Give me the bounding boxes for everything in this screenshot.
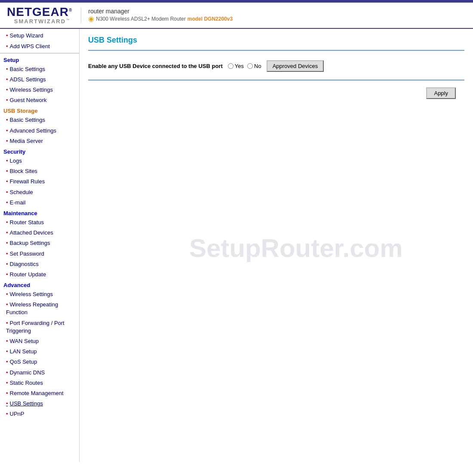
sidebar-item-wireless-repeating[interactable]: Wireless Repeating Function (0, 300, 79, 318)
sidebar-item-router-status[interactable]: Router Status (0, 217, 79, 228)
sidebar-item-wireless-settings[interactable]: Wireless Settings (0, 85, 79, 95)
radio-yes-label: Yes (235, 63, 244, 69)
sidebar-item-firewall-rules[interactable]: Firewall Rules (0, 176, 79, 187)
sidebar-item-usb-advanced-settings[interactable]: Advanced Settings (0, 126, 79, 136)
sidebar-item-setup-wizard[interactable]: Setup Wizard (0, 31, 79, 41)
router-manager-label: router manager (88, 8, 233, 15)
sidebar-item-upnp[interactable]: UPnP (0, 409, 79, 419)
sidebar-item-diagnostics[interactable]: Diagnostics (0, 259, 79, 269)
sidebar-item-add-wps-client[interactable]: Add WPS Client (0, 41, 79, 52)
sidebar: Setup Wizard Add WPS Client Setup Basic … (0, 29, 80, 462)
approved-devices-button[interactable]: Approved Devices (267, 60, 324, 72)
sidebar-item-block-sites[interactable]: Block Sites (0, 166, 79, 176)
sidebar-item-remote-management[interactable]: Remote Management (0, 388, 79, 399)
page-title: USB Settings (88, 36, 464, 45)
sidebar-item-adv-wireless-settings[interactable]: Wireless Settings (0, 289, 79, 300)
sidebar-item-media-server[interactable]: Media Server (0, 136, 79, 146)
sidebar-item-usb-settings[interactable]: USB Settings (0, 399, 79, 409)
header: NETGEAR® SMARTWIZARD™ router manager ◉ N… (0, 3, 473, 29)
sidebar-item-set-password[interactable]: Set Password (0, 249, 79, 259)
section-divider-bottom (88, 80, 464, 80)
sidebar-item-router-update[interactable]: Router Update (0, 269, 79, 280)
sidebar-item-basic-settings[interactable]: Basic Settings (0, 64, 79, 74)
sidebar-item-dynamic-dns[interactable]: Dynamic DNS (0, 368, 79, 378)
apply-button[interactable]: Apply (426, 87, 456, 99)
sidebar-item-usb-basic-settings[interactable]: Basic Settings (0, 115, 79, 125)
sidebar-section-usb-storage: USB Storage (0, 105, 79, 115)
netgear-brand: NETGEAR® (7, 6, 72, 18)
radio-no-label: No (254, 63, 261, 69)
sidebar-section-advanced: Advanced (0, 280, 79, 289)
smartwizard-brand: SMARTWIZARD™ (7, 18, 72, 25)
sidebar-item-wan-setup[interactable]: WAN Setup (0, 336, 79, 346)
radio-no-option[interactable]: No (247, 63, 261, 69)
content-area: USB Settings Enable any USB Device conne… (80, 29, 473, 462)
sidebar-item-qos-setup[interactable]: QoS Setup (0, 357, 79, 367)
watermark: SetupRouter.com (189, 234, 403, 263)
bullet-icon: ◉ (88, 15, 94, 23)
logo-area: NETGEAR® SMARTWIZARD™ (7, 6, 72, 25)
form-label: Enable any USB Device connected to the U… (88, 63, 223, 69)
section-divider-top (88, 50, 464, 51)
sidebar-section-maintenance: Maintenance (0, 208, 79, 217)
sidebar-item-guest-network[interactable]: Guest Network (0, 95, 79, 105)
sidebar-section-setup: Setup (0, 55, 79, 64)
model-name: model DGN2200v3 (187, 16, 233, 22)
sidebar-item-lan-setup[interactable]: LAN Setup (0, 346, 79, 357)
radio-yes-option[interactable]: Yes (228, 63, 244, 69)
router-model-line: ◉ N300 Wireless ADSL2+ Modem Router mode… (88, 15, 233, 23)
sidebar-section-security: Security (0, 146, 79, 156)
sidebar-item-schedule[interactable]: Schedule (0, 187, 79, 198)
form-row: Enable any USB Device connected to the U… (88, 58, 464, 74)
apply-row: Apply (88, 87, 464, 99)
router-desc: N300 Wireless ADSL2+ Modem Router (96, 16, 185, 22)
sidebar-item-attached-devices[interactable]: Attached Devices (0, 228, 79, 238)
sidebar-item-email[interactable]: E-mail (0, 198, 79, 208)
sidebar-item-logs[interactable]: Logs (0, 156, 79, 166)
router-info: router manager ◉ N300 Wireless ADSL2+ Mo… (81, 8, 233, 23)
radio-no-input[interactable] (247, 63, 253, 69)
radio-group: Yes No (228, 63, 261, 69)
sidebar-item-static-routes[interactable]: Static Routes (0, 378, 79, 388)
radio-yes-input[interactable] (228, 63, 233, 69)
sidebar-item-backup-settings[interactable]: Backup Settings (0, 238, 79, 248)
sidebar-item-adsl-settings[interactable]: ADSL Settings (0, 74, 79, 85)
sidebar-item-port-forwarding[interactable]: Port Forwarding / Port Triggering (0, 318, 79, 336)
